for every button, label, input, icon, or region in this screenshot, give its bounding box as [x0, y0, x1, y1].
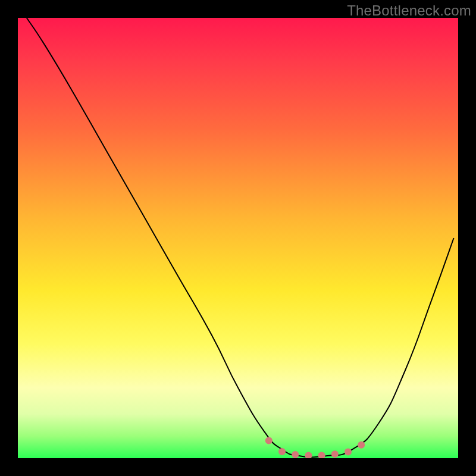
sweet-spot-dot — [318, 452, 325, 458]
sweet-spot-dots — [18, 18, 458, 458]
sweet-spot-dot — [278, 448, 286, 455]
plot-area — [18, 18, 458, 458]
sweet-spot-dot — [265, 437, 273, 444]
watermark-text: TheBottleneck.com — [347, 2, 471, 19]
sweet-spot-dot — [292, 451, 299, 458]
sweet-spot-dot — [331, 450, 339, 458]
dots-group — [265, 437, 365, 458]
sweet-spot-dot — [345, 449, 352, 456]
sweet-spot-dot — [305, 452, 312, 458]
sweet-spot-dot — [358, 441, 365, 449]
chart-stage: TheBottleneck.com — [0, 0, 476, 476]
